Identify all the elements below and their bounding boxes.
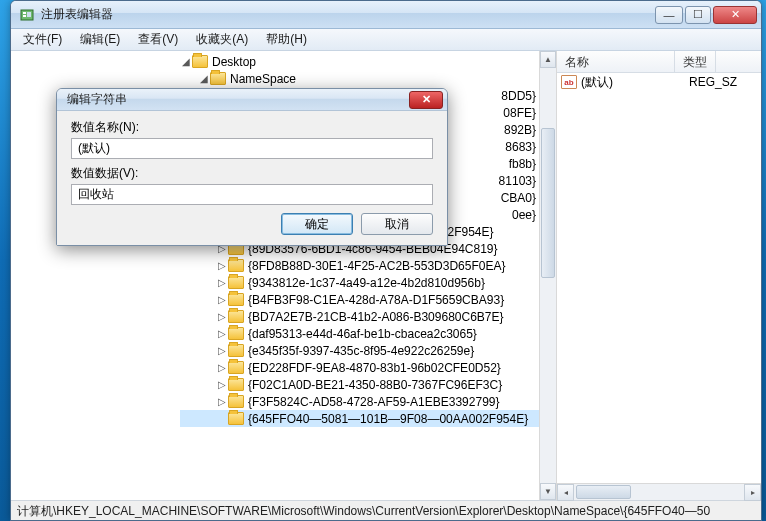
tree-label: 0ee} <box>512 208 536 222</box>
hscroll-thumb[interactable] <box>576 485 631 499</box>
value-list-pane: 名称 类型 ab (默认) REG_SZ ◂ ▸ <box>557 51 761 500</box>
main-window: 注册表编辑器 — ☐ ✕ 文件(F) 编辑(E) 查看(V) 收藏夹(A) 帮助… <box>10 0 762 521</box>
menu-help[interactable]: 帮助(H) <box>258 29 315 50</box>
menubar: 文件(F) 编辑(E) 查看(V) 收藏夹(A) 帮助(H) <box>11 29 761 51</box>
value-type: REG_SZ <box>689 75 737 89</box>
tree-label: CBA0} <box>501 191 536 205</box>
value-data-label: 数值数据(V): <box>71 165 433 182</box>
statusbar: 计算机\HKEY_LOCAL_MACHINE\SOFTWARE\Microsof… <box>11 500 761 520</box>
expand-toggle-icon[interactable]: ▷ <box>216 345 228 357</box>
expand-toggle-icon[interactable]: ▷ <box>216 294 228 306</box>
tree-item[interactable]: ▷{F3F5824C-AD58-4728-AF59-A1EBE3392799} <box>180 393 556 410</box>
svg-rect-1 <box>23 12 26 14</box>
expand-toggle-icon[interactable]: ◢ <box>180 56 192 68</box>
dialog-title: 编辑字符串 <box>67 91 409 108</box>
window-title: 注册表编辑器 <box>41 6 655 23</box>
tree-label: 08FE} <box>503 106 536 120</box>
tree-label: NameSpace <box>230 72 296 86</box>
expand-toggle-icon[interactable]: ◢ <box>198 73 210 85</box>
tree-label: {9343812e-1c37-4a49-a12e-4b2d810d956b} <box>248 276 485 290</box>
list-row[interactable]: ab (默认) REG_SZ <box>557 73 761 91</box>
tree-item[interactable]: ◢NameSpace <box>180 70 556 87</box>
tree-item[interactable]: ▷{ED228FDF-9EA8-4870-83b1-96b02CFE0D52} <box>180 359 556 376</box>
tree-item[interactable]: ▷{9343812e-1c37-4a49-a12e-4b2d810d956b} <box>180 274 556 291</box>
tree-label: {ED228FDF-9EA8-4870-83b1-96b02CFE0D52} <box>248 361 501 375</box>
tree-label: 8683} <box>505 140 536 154</box>
tree-label: {8FD8B88D-30E1-4F25-AC2B-553D3D65F0EA} <box>248 259 505 273</box>
tree-label: {F02C1A0D-BE21-4350-88B0-7367FC96EF3C} <box>248 378 502 392</box>
svg-rect-2 <box>23 15 26 17</box>
tree-label: {B4FB3F98-C1EA-428d-A78A-D1F5659CBA93} <box>248 293 504 307</box>
tree-item[interactable]: {645FFO40—5081—101B—9F08—00AA002F954E} <box>180 410 556 427</box>
close-button[interactable]: ✕ <box>713 6 757 24</box>
maximize-button[interactable]: ☐ <box>685 6 711 24</box>
scroll-thumb[interactable] <box>541 128 555 278</box>
tree-label: {BD7A2E7B-21CB-41b2-A086-B309680C6B7E} <box>248 310 504 324</box>
folder-icon <box>228 310 244 323</box>
hscroll-right-button[interactable]: ▸ <box>744 484 761 501</box>
folder-icon <box>228 259 244 272</box>
expand-toggle-icon[interactable]: ▷ <box>216 277 228 289</box>
tree-item[interactable]: ▷{BD7A2E7B-21CB-41b2-A086-B309680C6B7E} <box>180 308 556 325</box>
tree-item[interactable]: ▷{B4FB3F98-C1EA-428d-A78A-D1F5659CBA93} <box>180 291 556 308</box>
value-name-input[interactable] <box>71 138 433 159</box>
tree-vscrollbar[interactable]: ▲ ▼ <box>539 51 556 500</box>
folder-icon <box>228 276 244 289</box>
folder-icon <box>210 72 226 85</box>
tree-label: {daf95313-e44d-46af-be1b-cbacea2c3065} <box>248 327 477 341</box>
expand-toggle-icon[interactable]: ▷ <box>216 328 228 340</box>
menu-favorites[interactable]: 收藏夹(A) <box>188 29 256 50</box>
tree-item[interactable]: ▷{daf95313-e44d-46af-be1b-cbacea2c3065} <box>180 325 556 342</box>
svg-rect-3 <box>27 12 31 17</box>
scroll-track[interactable] <box>540 68 556 483</box>
list-header[interactable]: 名称 类型 <box>557 51 761 73</box>
folder-icon <box>228 293 244 306</box>
expand-toggle-icon[interactable]: ▷ <box>216 379 228 391</box>
folder-icon <box>228 361 244 374</box>
regedit-icon <box>19 7 35 23</box>
tree-item[interactable]: ▷{e345f35f-9397-435c-8f95-4e922c26259e} <box>180 342 556 359</box>
tree-label: {645FFO40—5081—101B—9F08—00AA002F954E} <box>248 412 528 426</box>
cancel-button[interactable]: 取消 <box>361 213 433 235</box>
hscroll-left-button[interactable]: ◂ <box>557 484 574 501</box>
list-hscrollbar[interactable]: ◂ ▸ <box>557 483 761 500</box>
menu-view[interactable]: 查看(V) <box>130 29 186 50</box>
value-name: (默认) <box>581 74 689 91</box>
folder-icon <box>192 55 208 68</box>
tree-item[interactable]: ▷{8FD8B88D-30E1-4F25-AC2B-553D3D65F0EA} <box>180 257 556 274</box>
tree-item[interactable]: ◢Desktop <box>180 53 556 70</box>
expand-toggle-icon[interactable]: ▷ <box>216 396 228 408</box>
dialog-titlebar[interactable]: 编辑字符串 ✕ <box>57 89 447 111</box>
menu-edit[interactable]: 编辑(E) <box>72 29 128 50</box>
tree-item[interactable]: ▷{F02C1A0D-BE21-4350-88B0-7367FC96EF3C} <box>180 376 556 393</box>
scroll-up-button[interactable]: ▲ <box>540 51 556 68</box>
tree-label: {F3F5824C-AD58-4728-AF59-A1EBE3392799} <box>248 395 500 409</box>
string-icon: ab <box>561 75 577 89</box>
hscroll-track[interactable] <box>574 484 744 500</box>
tree-label: {e345f35f-9397-435c-8f95-4e922c26259e} <box>248 344 474 358</box>
window-buttons: — ☐ ✕ <box>655 6 757 24</box>
folder-icon <box>228 395 244 408</box>
folder-icon <box>228 344 244 357</box>
tree-label: 81103} <box>499 174 536 188</box>
minimize-button[interactable]: — <box>655 6 683 24</box>
value-data-input[interactable] <box>71 184 433 205</box>
tree-label: Desktop <box>212 55 256 69</box>
tree-label: 8DD5} <box>501 89 536 103</box>
scroll-down-button[interactable]: ▼ <box>540 483 556 500</box>
expand-toggle-icon[interactable]: ▷ <box>216 311 228 323</box>
status-path: 计算机\HKEY_LOCAL_MACHINE\SOFTWARE\Microsof… <box>17 504 710 518</box>
expand-toggle-icon[interactable]: ▷ <box>216 260 228 272</box>
folder-icon <box>228 412 244 425</box>
tree-label: fb8b} <box>509 157 536 171</box>
value-name-label: 数值名称(N): <box>71 119 433 136</box>
ok-button[interactable]: 确定 <box>281 213 353 235</box>
edit-string-dialog: 编辑字符串 ✕ 数值名称(N): 数值数据(V): 确定 取消 <box>56 88 448 246</box>
dialog-close-button[interactable]: ✕ <box>409 91 443 109</box>
col-name[interactable]: 名称 <box>557 51 675 72</box>
titlebar[interactable]: 注册表编辑器 — ☐ ✕ <box>11 1 761 29</box>
expand-toggle-icon[interactable]: ▷ <box>216 362 228 374</box>
menu-file[interactable]: 文件(F) <box>15 29 70 50</box>
dialog-body: 数值名称(N): 数值数据(V): 确定 取消 <box>57 111 447 245</box>
col-type[interactable]: 类型 <box>675 51 716 72</box>
